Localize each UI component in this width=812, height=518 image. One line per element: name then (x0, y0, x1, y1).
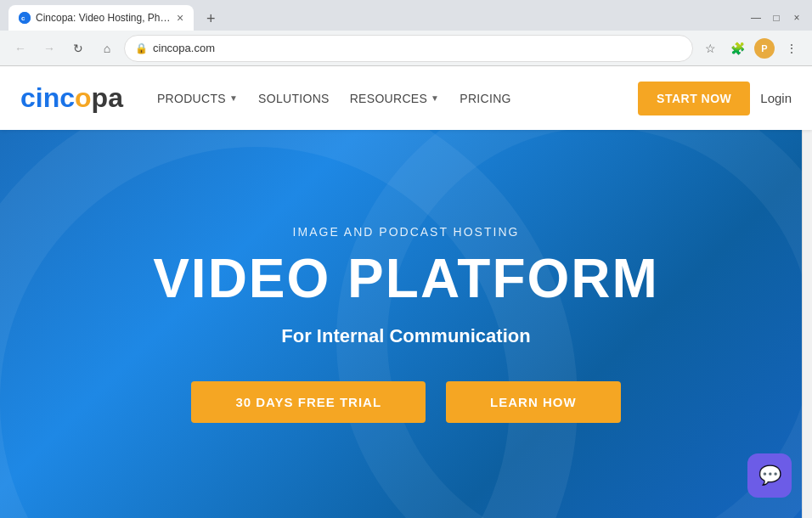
home-button[interactable]: ⌂ (95, 37, 119, 60)
reload-button[interactable]: ↻ (66, 37, 90, 60)
back-button[interactable]: ← (8, 37, 32, 60)
svg-text:c: c (21, 14, 25, 22)
hero-tagline: For Internal Communication (281, 325, 530, 347)
hero-section: IMAGE AND PODCAST HOSTING VIDEO PLATFORM… (0, 130, 812, 518)
page-content: cincopa PRODUCTS ▼ SOLUTIONS RESOURCES ▼… (0, 66, 812, 518)
site-logo[interactable]: cincopa (20, 82, 123, 114)
chevron-down-icon: ▼ (229, 93, 238, 103)
hero-subtitle: IMAGE AND PODCAST HOSTING (293, 225, 520, 239)
logo-text: cincopa (20, 82, 123, 114)
nav-item-solutions[interactable]: SOLUTIONS (258, 92, 330, 105)
logo-cin: cinc (20, 82, 75, 113)
tab-close-button[interactable]: × (177, 12, 183, 24)
browser-chrome: c Cincopa: Video Hosting, Photo G × + — … (0, 0, 812, 66)
forward-button[interactable]: → (37, 37, 61, 60)
nav-item-products[interactable]: PRODUCTS ▼ (157, 92, 238, 105)
maximize-button[interactable]: □ (770, 11, 783, 25)
menu-button[interactable]: ⋮ (780, 37, 804, 60)
new-tab-button[interactable]: + (199, 7, 223, 31)
close-window-button[interactable]: × (790, 11, 804, 25)
nav-item-pricing[interactable]: PRICING (460, 92, 510, 105)
chat-icon: 💬 (758, 465, 781, 487)
site-navbar: cincopa PRODUCTS ▼ SOLUTIONS RESOURCES ▼… (0, 66, 812, 130)
chevron-down-icon: ▼ (431, 93, 439, 103)
logo-pa: pa (92, 82, 123, 113)
nav-menu: PRODUCTS ▼ SOLUTIONS RESOURCES ▼ PRICING (157, 92, 638, 105)
minimize-button[interactable]: — (749, 11, 763, 25)
chat-widget-button[interactable]: 💬 (747, 453, 792, 498)
profile-button[interactable]: P (753, 37, 776, 60)
hero-title: VIDEO PLATFORM (153, 249, 659, 308)
scrollbar[interactable] (802, 66, 812, 518)
hero-buttons: 30 DAYS FREE TRIAL LEARN HOW (191, 381, 620, 423)
browser-toolbar: ← → ↻ ⌂ 🔒 cincopa.com ☆ 🧩 P ⋮ (0, 31, 812, 66)
start-now-button[interactable]: START NOW (638, 82, 750, 115)
window-controls: — □ × (749, 11, 804, 25)
logo-o: o (75, 82, 92, 113)
free-trial-button[interactable]: 30 DAYS FREE TRIAL (191, 381, 426, 423)
lock-icon: 🔒 (135, 42, 148, 54)
extensions-button[interactable]: 🧩 (725, 37, 749, 60)
navbar-actions: START NOW Login (638, 82, 792, 115)
browser-tab-active[interactable]: c Cincopa: Video Hosting, Photo G × (8, 5, 194, 31)
nav-item-resources[interactable]: RESOURCES ▼ (350, 92, 440, 105)
tab-favicon: c (19, 12, 31, 24)
url-text: cincopa.com (153, 42, 682, 54)
toolbar-actions: ☆ 🧩 P ⋮ (698, 37, 804, 60)
browser-title-bar: c Cincopa: Video Hosting, Photo G × + — … (0, 0, 812, 31)
browser-tabs: c Cincopa: Video Hosting, Photo G × + (8, 5, 223, 31)
learn-how-button[interactable]: LEARN HOW (446, 381, 621, 423)
address-bar[interactable]: 🔒 cincopa.com (124, 35, 693, 62)
profile-avatar: P (754, 38, 775, 59)
bookmark-button[interactable]: ☆ (698, 37, 722, 60)
tab-title: Cincopa: Video Hosting, Photo G (36, 12, 172, 24)
login-link[interactable]: Login (760, 91, 792, 105)
